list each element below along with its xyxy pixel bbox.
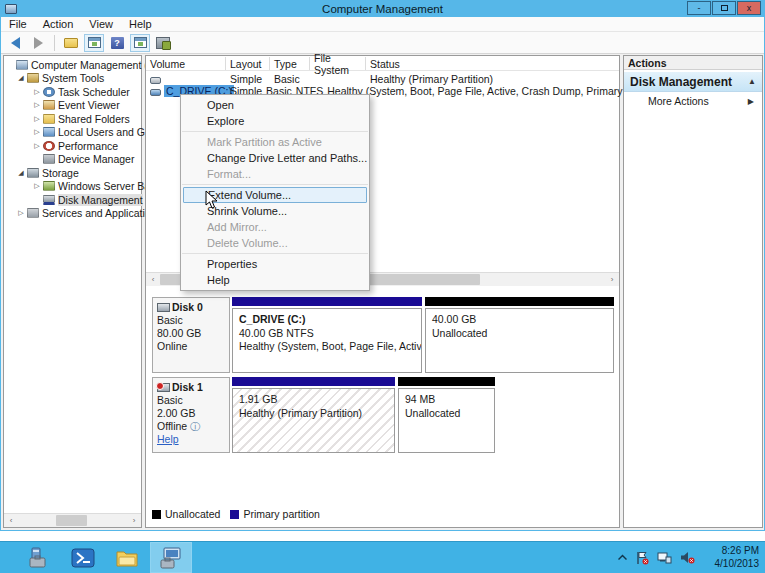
scroll-right-icon[interactable]: › <box>127 514 141 527</box>
menu-item-change-drive-letter[interactable]: Change Drive Letter and Paths... <box>181 150 369 166</box>
disk-1-label[interactable]: Disk 1 Basic 2.00 GB Offline ⓘ Help <box>152 377 230 453</box>
disk-0-row: Disk 0 Basic 80.00 GB Online C_DRIVE (C:… <box>152 297 614 373</box>
taskbar-powershell-button[interactable] <box>62 542 104 573</box>
column-header-layout[interactable]: Layout <box>226 57 270 70</box>
tree-item-disk-management[interactable]: Disk Management <box>4 193 141 207</box>
column-header-status[interactable]: Status <box>366 57 619 70</box>
show-hidden-icons-button[interactable] <box>618 554 627 561</box>
minimize-button[interactable]: - <box>687 1 711 15</box>
restore-button[interactable] <box>712 1 736 15</box>
menu-action[interactable]: Action <box>35 18 82 30</box>
disk-0-unallocated[interactable]: 40.00 GB Unallocated <box>425 297 614 373</box>
more-actions-item[interactable]: More Actions ▶ <box>624 92 762 110</box>
expand-closed-icon[interactable]: ▷ <box>32 182 42 190</box>
menu-separator <box>182 253 368 254</box>
show-console-tree-button[interactable] <box>84 34 104 52</box>
help-button[interactable]: ? <box>107 34 127 52</box>
show-action-pane-button[interactable] <box>130 34 150 52</box>
scroll-left-icon[interactable]: ‹ <box>4 514 18 527</box>
scroll-left-icon[interactable]: ‹ <box>146 273 160 286</box>
close-button[interactable]: x <box>737 1 761 15</box>
menu-help[interactable]: Help <box>121 18 160 30</box>
menu-item-mark-partition-active[interactable]: Mark Partition as Active <box>181 134 369 150</box>
primary-partition-band <box>232 297 422 306</box>
tree-item-shared-folders[interactable]: ▷ Shared Folders <box>4 112 141 126</box>
console-tree-pane: Computer Management (Local ◢ System Tool… <box>3 55 142 528</box>
disk-type: Basic <box>157 314 229 327</box>
computer-management-window: Computer Management - x File Action View… <box>0 0 765 531</box>
disk-0-partition-c[interactable]: C_DRIVE (C:) 40.00 GB NTFS Healthy (Syst… <box>232 297 422 373</box>
tree-item-services-applications[interactable]: ▷ Services and Applications <box>4 207 141 221</box>
disk-1-partition[interactable]: 1.91 GB Healthy (Primary Partition) <box>232 377 395 453</box>
window-title: Computer Management <box>1 3 764 15</box>
expand-closed-icon[interactable]: ▷ <box>32 101 42 109</box>
expand-open-icon[interactable]: ◢ <box>16 74 26 82</box>
menu-item-delete-volume[interactable]: Delete Volume... <box>181 235 369 251</box>
event-viewer-icon <box>43 100 55 110</box>
expand-closed-icon[interactable]: ▷ <box>16 209 26 217</box>
menu-view[interactable]: View <box>81 18 121 30</box>
menu-item-add-mirror[interactable]: Add Mirror... <box>181 219 369 235</box>
tree-item-system-tools[interactable]: ◢ System Tools <box>4 72 141 86</box>
expand-closed-icon[interactable]: ▷ <box>32 115 42 123</box>
taskbar-computer-management-button[interactable] <box>150 542 192 573</box>
mouse-cursor-icon <box>205 190 218 209</box>
menu-item-open[interactable]: Open <box>181 97 369 113</box>
column-header-file-system[interactable]: File System <box>310 57 366 70</box>
tree-item-performance[interactable]: ▷ Performance <box>4 139 141 153</box>
disk-size: 2.00 GB <box>157 407 229 420</box>
disk-1-row: Disk 1 Basic 2.00 GB Offline ⓘ Help 1.91… <box>152 377 614 453</box>
tree-item-event-viewer[interactable]: ▷ Event Viewer <box>4 99 141 113</box>
disk-0-label[interactable]: Disk 0 Basic 80.00 GB Online <box>152 297 230 373</box>
expand-closed-icon[interactable]: ▷ <box>32 142 42 150</box>
help-icon: ? <box>111 37 124 49</box>
actions-pane: Actions Disk Management ▲ More Actions ▶ <box>623 55 763 528</box>
system-tray <box>618 542 695 573</box>
tree-item-windows-server-backup[interactable]: ▷ Windows Server Backup <box>4 180 141 194</box>
menu-file[interactable]: File <box>1 18 35 30</box>
up-level-button[interactable] <box>61 34 81 52</box>
column-header-volume[interactable]: Volume <box>146 57 226 70</box>
menu-separator <box>182 184 368 185</box>
expand-open-icon[interactable]: ◢ <box>16 169 26 177</box>
column-header-type[interactable]: Type <box>270 57 310 70</box>
volume-row[interactable]: Simple Basic Healthy (Primary Partition) <box>146 73 619 85</box>
volume-icon <box>150 77 161 84</box>
tree-item-device-manager[interactable]: Device Manager <box>4 153 141 167</box>
task-scheduler-icon <box>43 87 55 97</box>
actions-section-disk-management[interactable]: Disk Management ▲ <box>624 72 762 92</box>
tree-item-storage[interactable]: ◢ Storage <box>4 166 141 180</box>
back-button[interactable] <box>5 34 25 52</box>
scrollbar-thumb[interactable] <box>56 515 87 526</box>
disk-1-unallocated[interactable]: 94 MB Unallocated <box>398 377 495 453</box>
collapse-icon[interactable]: ▲ <box>748 77 756 86</box>
menu-item-explore[interactable]: Explore <box>181 113 369 129</box>
taskbar-file-explorer-button[interactable] <box>106 542 148 573</box>
network-icon[interactable] <box>657 551 672 564</box>
volume-icon <box>150 89 161 96</box>
action-center-flag-icon[interactable] <box>635 551 649 565</box>
volume-muted-icon[interactable] <box>680 551 695 564</box>
primary-partition-band <box>232 377 395 386</box>
disk-icon <box>157 303 170 312</box>
taskbar-clock[interactable]: 8:26 PM 4/10/2013 <box>715 544 760 570</box>
expand-closed-icon[interactable]: ▷ <box>32 88 42 96</box>
tree-item-task-scheduler[interactable]: ▷ Task Scheduler <box>4 85 141 99</box>
scroll-right-icon[interactable]: › <box>605 273 619 286</box>
menu-item-help[interactable]: Help <box>181 272 369 288</box>
scrollbar-track[interactable] <box>18 514 127 527</box>
tree-item-computer-management[interactable]: Computer Management (Local <box>4 58 141 72</box>
console-tree: Computer Management (Local ◢ System Tool… <box>4 58 141 220</box>
toolbar: ? <box>1 32 764 54</box>
taskbar-server-manager-button[interactable] <box>18 542 60 573</box>
services-icon <box>27 208 39 218</box>
tree-item-local-users-groups[interactable]: ▷ Local Users and Groups <box>4 126 141 140</box>
disk-console-button[interactable] <box>153 34 173 52</box>
tree-horizontal-scrollbar[interactable]: ‹ › <box>4 513 141 527</box>
expand-closed-icon[interactable]: ▷ <box>32 128 42 136</box>
help-link[interactable]: Help <box>157 433 179 445</box>
forward-button[interactable] <box>28 34 48 52</box>
menu-item-format[interactable]: Format... <box>181 166 369 182</box>
menu-item-properties[interactable]: Properties <box>181 256 369 272</box>
actions-header: Actions <box>624 56 762 70</box>
